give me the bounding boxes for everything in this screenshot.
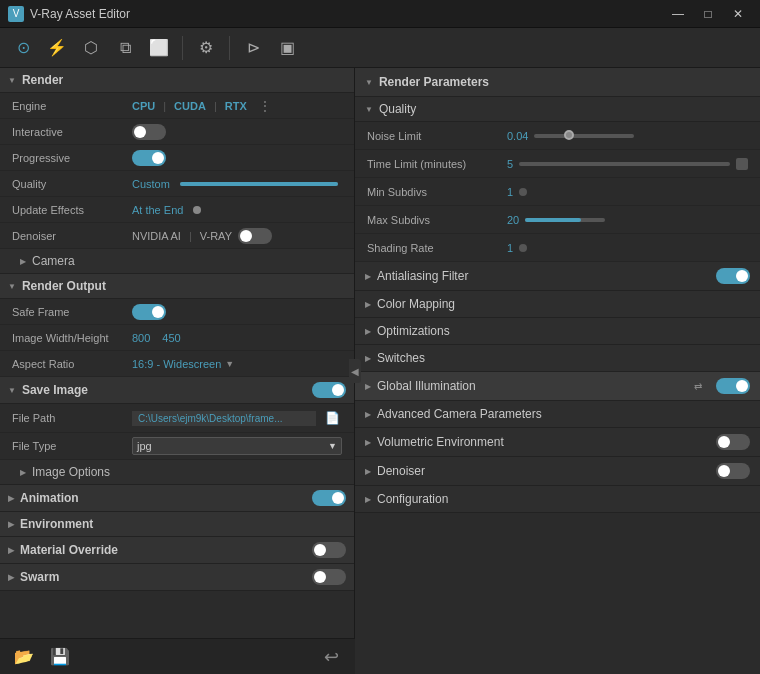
- antialiasing-section-header[interactable]: ▶ Antialiasing Filter: [355, 262, 760, 291]
- interactive-toggle[interactable]: [132, 124, 166, 140]
- image-icon[interactable]: ⬜: [144, 33, 174, 63]
- min-subdivs-dot: [519, 188, 527, 196]
- camera-icon[interactable]: ▣: [272, 33, 302, 63]
- max-subdivs-value-text[interactable]: 20: [507, 214, 519, 226]
- max-subdivs-slider[interactable]: [525, 218, 605, 222]
- save-image-title: Save Image: [22, 383, 88, 397]
- image-options-section-header[interactable]: ▶ Image Options: [0, 460, 354, 485]
- render-params-header: ▼ Render Parameters: [355, 68, 760, 97]
- engine-cuda-button[interactable]: CUDA: [174, 100, 206, 112]
- swarm-chevron: ▶: [8, 573, 14, 582]
- animation-section-header[interactable]: ▶ Animation: [0, 485, 354, 512]
- optimizations-section-header[interactable]: ▶ Optimizations: [355, 318, 760, 345]
- swarm-section-header[interactable]: ▶ Swarm: [0, 564, 354, 591]
- engine-rtx-button[interactable]: RTX: [225, 100, 247, 112]
- quality-slider[interactable]: [180, 182, 338, 186]
- denoiser-chevron-rp: ▶: [365, 467, 371, 476]
- collapse-panel-button[interactable]: ◀: [349, 359, 361, 383]
- noise-limit-value-text[interactable]: 0.04: [507, 130, 528, 142]
- undo-button[interactable]: ↩: [317, 643, 345, 671]
- denoiser-buttons: NVIDIA AI | V-RAY: [132, 230, 232, 242]
- switches-section-header[interactable]: ▶ Switches: [355, 345, 760, 372]
- image-width-value[interactable]: 800: [132, 332, 150, 344]
- shading-rate-label: Shading Rate: [367, 242, 507, 254]
- settings-icon[interactable]: ⚙: [191, 33, 221, 63]
- antialiasing-label: Antialiasing Filter: [377, 269, 468, 283]
- noise-limit-slider[interactable]: [534, 134, 634, 138]
- aspect-ratio-dropdown[interactable]: 16:9 - Widescreen ▼: [132, 358, 234, 370]
- image-options-chevron: ▶: [20, 468, 26, 477]
- animation-title: Animation: [20, 491, 79, 505]
- render-output-section-header[interactable]: ▼ Render Output: [0, 274, 354, 299]
- time-limit-slider[interactable]: [519, 162, 730, 166]
- progressive-toggle[interactable]: [132, 150, 166, 166]
- render-section-header[interactable]: ▼ Render: [0, 68, 354, 93]
- denoiser-value: NVIDIA AI | V-RAY: [132, 228, 342, 244]
- update-effects-value: At the End: [132, 204, 342, 216]
- min-subdivs-value-text[interactable]: 1: [507, 186, 513, 198]
- close-button[interactable]: ✕: [724, 4, 752, 24]
- time-limit-value-text[interactable]: 5: [507, 158, 513, 170]
- camera-section-header[interactable]: ▶ Camera: [0, 249, 354, 274]
- color-mapping-section-header[interactable]: ▶ Color Mapping: [355, 291, 760, 318]
- global-illumination-swap-icon[interactable]: ⇄: [694, 381, 702, 392]
- left-panel: ▼ Render Engine CPU | CUDA | RTX ⋮: [0, 68, 355, 674]
- material-override-title: Material Override: [20, 543, 118, 557]
- sphere-icon[interactable]: ⊙: [8, 33, 38, 63]
- layers-icon[interactable]: ⧉: [110, 33, 140, 63]
- render-icon[interactable]: ⊳: [238, 33, 268, 63]
- denoiser-toggle-rp[interactable]: [716, 463, 750, 479]
- engine-value: CPU | CUDA | RTX ⋮: [132, 99, 342, 113]
- global-illumination-toggle[interactable]: [716, 378, 750, 394]
- light-icon[interactable]: ⚡: [42, 33, 72, 63]
- volumetric-toggle[interactable]: [716, 434, 750, 450]
- save-image-toggle[interactable]: [312, 382, 346, 398]
- denoiser-nvidia-button[interactable]: NVIDIA AI: [132, 230, 181, 242]
- minimize-button[interactable]: —: [664, 4, 692, 24]
- shading-rate-value-text[interactable]: 1: [507, 242, 513, 254]
- window-controls: — □ ✕: [664, 4, 752, 24]
- open-button[interactable]: 📂: [10, 643, 38, 671]
- animation-toggle[interactable]: [312, 490, 346, 506]
- configuration-section-header[interactable]: ▶ Configuration: [355, 486, 760, 513]
- quality-section-header[interactable]: ▼ Quality: [355, 97, 760, 122]
- min-subdivs-value: 1: [507, 186, 748, 198]
- material-override-toggle[interactable]: [312, 542, 346, 558]
- file-type-dropdown[interactable]: jpg ▼: [132, 437, 342, 455]
- engine-cpu-button[interactable]: CPU: [132, 100, 155, 112]
- global-illumination-section-header[interactable]: ▶ Global Illumination ⇄: [355, 372, 760, 401]
- save-button[interactable]: 💾: [46, 643, 74, 671]
- engine-buttons: CPU | CUDA | RTX ⋮: [132, 99, 271, 113]
- swarm-toggle[interactable]: [312, 569, 346, 585]
- image-height-value[interactable]: 450: [162, 332, 180, 344]
- browse-file-button[interactable]: 📄: [322, 408, 342, 428]
- environment-title: Environment: [20, 517, 93, 531]
- safe-frame-value: [132, 304, 342, 320]
- quality-value-text[interactable]: Custom: [132, 178, 170, 190]
- update-effects-value-text[interactable]: At the End: [132, 204, 183, 216]
- maximize-button[interactable]: □: [694, 4, 722, 24]
- optimizations-label: Optimizations: [377, 324, 450, 338]
- advanced-camera-chevron: ▶: [365, 410, 371, 419]
- denoiser-vray-button[interactable]: V-RAY: [200, 230, 232, 242]
- file-path-value: C:\Users\ejm9k\Desktop\frame... 📄: [132, 408, 342, 428]
- engine-more-button[interactable]: ⋮: [259, 99, 271, 113]
- file-type-row: File Type jpg ▼: [0, 433, 354, 460]
- advanced-camera-section-header[interactable]: ▶ Advanced Camera Parameters: [355, 401, 760, 428]
- progressive-row: Progressive: [0, 145, 354, 171]
- cube-icon[interactable]: ⬡: [76, 33, 106, 63]
- material-override-chevron: ▶: [8, 546, 14, 555]
- denoiser-section-header-rp[interactable]: ▶ Denoiser: [355, 457, 760, 486]
- environment-section-header[interactable]: ▶ Environment: [0, 512, 354, 537]
- file-path-button[interactable]: C:\Users\ejm9k\Desktop\frame...: [132, 411, 316, 426]
- denoiser-toggle[interactable]: [238, 228, 272, 244]
- save-image-section-header[interactable]: ▼ Save Image: [0, 377, 354, 404]
- environment-chevron: ▶: [8, 520, 14, 529]
- volumetric-section-header[interactable]: ▶ Volumetric Environment: [355, 428, 760, 457]
- image-options-title: Image Options: [32, 465, 110, 479]
- app-icon: V: [8, 6, 24, 22]
- bottom-toolbar: 📂 💾 ↩: [0, 638, 355, 674]
- antialiasing-toggle[interactable]: [716, 268, 750, 284]
- safe-frame-toggle[interactable]: [132, 304, 166, 320]
- material-override-section-header[interactable]: ▶ Material Override: [0, 537, 354, 564]
